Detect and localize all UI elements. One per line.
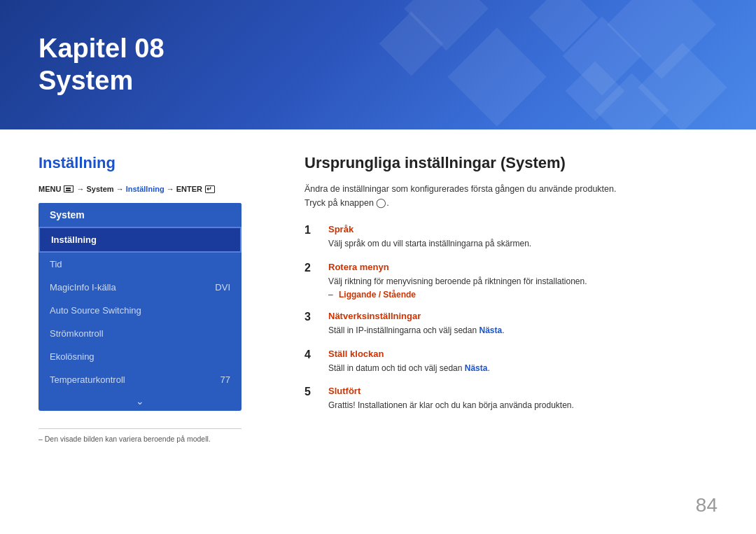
- step-3-content: Nätverksinställningar Ställ in IP-instäl…: [328, 311, 718, 337]
- menu-item-label: Ekolösning: [50, 351, 94, 362]
- step-4-link: Nästa: [465, 363, 488, 373]
- menu-path-menu: MENU: [38, 185, 61, 193]
- menu-item-label: Strömkontroll: [50, 328, 104, 339]
- footnote: – Den visade bilden kan variera beroende…: [38, 428, 241, 443]
- right-column: Ursprungliga inställningar (System) Ändr…: [304, 154, 718, 443]
- chapter-title: System: [38, 66, 133, 95]
- menu-item-value: 77: [220, 374, 230, 385]
- menu-item-label: Temperaturkontroll: [50, 374, 125, 385]
- step-2-content: Rotera menyn Välj riktning för menyvisni…: [328, 262, 718, 300]
- menu-path-arrow3: → ENTER: [167, 185, 202, 193]
- left-column: Inställning MENU → System → Inställning …: [38, 154, 262, 443]
- menu-scroll-down[interactable]: ⌄: [38, 391, 241, 411]
- step-3-link: Nästa: [479, 325, 502, 335]
- menu-path-item: Inställning: [126, 185, 164, 193]
- step-2-sub-value: Liggande / Stående: [339, 290, 416, 300]
- step-5-label: Slutfört: [328, 386, 718, 396]
- menu-item-value: DVI: [215, 282, 230, 293]
- system-menu-header: System: [38, 203, 241, 227]
- step-1-label: Språk: [328, 224, 718, 234]
- desc-line2: Tryck på knappen ◯.: [304, 198, 389, 208]
- step-5: 5 Slutfört Grattis! Installationen är kl…: [304, 386, 718, 412]
- steps-list: 1 Språk Välj språk om du vill starta ins…: [304, 224, 718, 412]
- menu-item-installning[interactable]: Inställning: [38, 227, 241, 253]
- menu-item-tid[interactable]: Tid: [38, 253, 241, 276]
- step-2-sub: – Liggande / Stående: [328, 290, 718, 300]
- menu-item-label: Tid: [50, 259, 62, 269]
- menu-item-label: Auto Source Switching: [50, 305, 141, 316]
- section-title: Inställning: [38, 154, 262, 172]
- menu-icon: [64, 185, 74, 192]
- header-background-shapes: [302, 0, 756, 129]
- step-5-content: Slutfört Grattis! Installationen är klar…: [328, 386, 718, 412]
- step-2-text: Välj riktning för menyvisning beroende p…: [328, 275, 718, 288]
- step-3: 3 Nätverksinställningar Ställ in IP-inst…: [304, 311, 718, 337]
- step-4-text: Ställ in datum och tid och välj sedan Nä…: [328, 362, 718, 375]
- menu-item-label: Inställning: [51, 234, 97, 245]
- step-2: 2 Rotera menyn Välj riktning för menyvis…: [304, 262, 718, 300]
- content-description: Ändra de inställningar som konfigurerade…: [304, 182, 718, 210]
- main-content: Inställning MENU → System → Inställning …: [0, 129, 756, 457]
- step-3-number: 3: [304, 311, 318, 323]
- step-4-label: Ställ klockan: [328, 349, 718, 359]
- step-1-text: Välj språk om du vill starta inställning…: [328, 237, 718, 251]
- desc-line1: Ändra de inställningar som konfigurerade…: [304, 184, 616, 194]
- step-5-number: 5: [304, 386, 318, 398]
- step-1-number: 1: [304, 224, 318, 237]
- step-1: 1 Språk Välj språk om du vill starta ins…: [304, 224, 718, 251]
- page-number: 84: [696, 494, 718, 517]
- header-title: Kapitel 08 System: [38, 33, 164, 97]
- step-4: 4 Ställ klockan Ställ in datum och tid o…: [304, 349, 718, 375]
- system-menu: System Inställning Tid MagicInfo I-källa…: [38, 203, 241, 411]
- step-4-content: Ställ klockan Ställ in datum och tid och…: [328, 349, 718, 375]
- enter-icon: [205, 185, 215, 193]
- step-1-content: Språk Välj språk om du vill starta instä…: [328, 224, 718, 251]
- content-title: Ursprungliga inställningar (System): [304, 154, 718, 172]
- menu-item-magicinfo[interactable]: MagicInfo I-källa DVI: [38, 276, 241, 299]
- chapter-label: Kapitel 08: [38, 34, 164, 63]
- page-header: Kapitel 08 System: [0, 0, 756, 129]
- menu-item-stromkontroll[interactable]: Strömkontroll: [38, 322, 241, 345]
- menu-item-auto-source[interactable]: Auto Source Switching: [38, 299, 241, 322]
- menu-item-temperaturkontroll[interactable]: Temperaturkontroll 77: [38, 368, 241, 391]
- menu-path: MENU → System → Inställning → ENTER: [38, 185, 262, 193]
- step-2-label: Rotera menyn: [328, 262, 718, 272]
- step-2-number: 2: [304, 262, 318, 274]
- menu-path-arrow1: → System →: [76, 185, 123, 193]
- step-4-number: 4: [304, 349, 318, 361]
- step-3-text: Ställ in IP-inställningarna och välj sed…: [328, 324, 718, 337]
- menu-item-ekolösning[interactable]: Ekolösning: [38, 345, 241, 368]
- step-5-text: Grattis! Installationen är klar och du k…: [328, 399, 718, 412]
- menu-item-label: MagicInfo I-källa: [50, 282, 116, 293]
- step-3-label: Nätverksinställningar: [328, 311, 718, 321]
